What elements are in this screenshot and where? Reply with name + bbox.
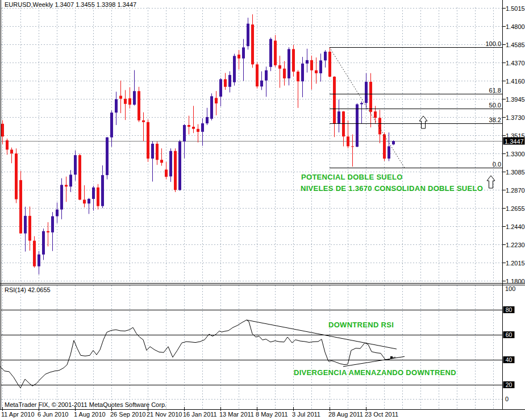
price-tick-label: 1.5015: [506, 5, 525, 12]
candle-bear: [256, 63, 259, 89]
date-tick-label: 6 Jun 2010: [38, 411, 68, 418]
date-tick-label: 3 Jul 2011: [292, 411, 320, 418]
date-tick-label: 26 Sep 2010: [110, 411, 145, 418]
candle-bull: [106, 137, 109, 180]
price-tick-label: 1.2015: [506, 260, 525, 267]
chart-title: EURUSD,Weekly 1.3407 1.3455 1.3398 1.344…: [5, 1, 136, 8]
date-tick-label: 13 Mar 2011: [219, 411, 254, 418]
candle-bear: [147, 119, 149, 162]
rsi-indicator-label: RSI(14) 42.0655: [5, 286, 51, 293]
candle-bear: [19, 171, 22, 234]
date-tick-label: 8 May 2011: [256, 411, 288, 418]
candle-bear: [78, 153, 81, 200]
candle-bull: [210, 93, 213, 120]
annotation-niveles-consolidan[interactable]: NIVELES DE 1.3670 CONSOLIDAN DOBLE SUELO: [301, 184, 483, 193]
annotation-divergencia[interactable]: DIVERGENCIA AMENAZANDO DOWNTREND: [294, 368, 456, 377]
price-tick-label: 1.4370: [506, 60, 525, 66]
rsi-scale-label: 0: [505, 396, 509, 402]
rsi-level-badge-label: 20: [506, 381, 512, 388]
candle-bear: [15, 148, 18, 203]
rsi-level-badge-label: 80: [506, 306, 512, 313]
price-tick-label: 1.3945: [506, 96, 525, 103]
date-tick-label: 23 Oct 2011: [365, 411, 398, 418]
candle-bull: [356, 103, 359, 147]
fib-level-label: 50.0: [489, 102, 501, 109]
price-tick-label: 1.3085: [506, 169, 525, 176]
current-price-badge-label: 1.3447: [505, 138, 524, 145]
fib-level-label: 61.8: [489, 87, 501, 94]
date-tick-label: 16 Jan 2011: [183, 411, 217, 418]
candle-bear: [97, 184, 99, 210]
candle-bear: [174, 148, 177, 192]
chart-canvas[interactable]: 1.50151.48001.45851.43701.41601.39451.37…: [0, 0, 525, 420]
copyright-text: MetaTrader FIX, © 2001-2011 MetaQuotes S…: [5, 401, 166, 408]
price-tick-label: 1.3300: [506, 151, 525, 157]
price-tick-label: 1.2870: [506, 187, 525, 194]
price-tick-label: 1.2655: [506, 205, 525, 212]
annotation-downtrend-rsi[interactable]: DOWNTREND RSI: [328, 321, 394, 329]
fib-level-label: 0.0: [493, 161, 501, 168]
date-tick-label: 1 Aug 2010: [74, 411, 106, 418]
rsi-level-badge-label: 60: [506, 331, 512, 338]
fib-level-label: 38.2: [489, 117, 501, 123]
price-tick-label: 1.3730: [506, 114, 525, 121]
date-tick-label: 11 Apr 2010: [1, 411, 35, 418]
fib-level-label: 100.0: [485, 40, 501, 47]
price-tick-label: 1.4160: [506, 78, 525, 85]
price-tick-label: 1.2230: [506, 242, 525, 248]
rsi-line-marker-dot[interactable]: [390, 356, 393, 359]
rsi-scale-label: 100: [505, 285, 515, 292]
candle-bull: [233, 54, 236, 86]
candle-bull: [269, 38, 272, 71]
price-tick-label: 1.4585: [506, 41, 525, 48]
price-tick-label: 1.2440: [506, 223, 525, 230]
date-tick-label: 21 Nov 2010: [147, 411, 182, 418]
rsi-level-badge-label: 40: [506, 356, 512, 363]
price-tick-label: 1.4800: [506, 23, 525, 30]
candle-bear: [33, 236, 36, 268]
candle-bull: [178, 140, 181, 191]
candle-bear: [328, 47, 331, 77]
date-tick-label: 28 Aug 2011: [328, 411, 363, 418]
mt4-chart-window: 1.50151.48001.45851.43701.41601.39451.37…: [0, 0, 525, 420]
candle-bear: [138, 87, 140, 122]
annotation-potencial-doble-suelo[interactable]: POTENCIAL DOBLE SUELO: [301, 173, 403, 181]
